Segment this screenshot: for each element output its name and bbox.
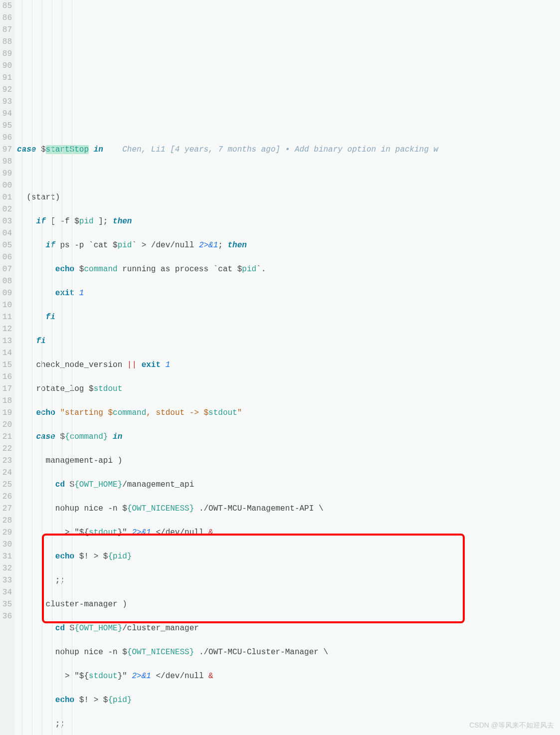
line-number: 06	[0, 251, 12, 263]
line-number: 00	[0, 180, 12, 191]
code-area[interactable]: case $startStop in Chen, Li1 [4 years, 7…	[15, 0, 438, 735]
line-number: 24	[0, 467, 12, 479]
line-number: 01	[0, 191, 12, 203]
line-number: 26	[0, 491, 12, 503]
line-number: 85	[0, 0, 12, 12]
line-number: 11	[0, 311, 12, 323]
line-number: 97	[0, 144, 12, 156]
line-number: 28	[0, 515, 12, 527]
line-number: 25	[0, 479, 12, 491]
line-number: 20	[0, 419, 12, 431]
line-number: 31	[0, 551, 12, 562]
line-number: 98	[0, 156, 12, 168]
keyword-in: in	[94, 145, 103, 154]
line-number: 30	[0, 539, 12, 551]
code-editor[interactable]: 8586878889909192939495969798990001020304…	[0, 0, 560, 735]
line-number: 96	[0, 132, 12, 144]
line-number: 93	[0, 96, 12, 108]
line-number: 10	[0, 299, 12, 311]
line-number: 22	[0, 443, 12, 455]
line-number: 04	[0, 227, 12, 239]
line-number: 87	[0, 24, 12, 36]
case-label: cluster-manager )	[46, 600, 127, 609]
line-number: 94	[0, 108, 12, 120]
line-number: 89	[0, 48, 12, 60]
line-number: 95	[0, 120, 12, 132]
line-number: 32	[0, 562, 12, 574]
line-number: 35	[0, 598, 12, 610]
line-number: 33	[0, 574, 12, 586]
line-number: 29	[0, 527, 12, 539]
line-number: 05	[0, 239, 12, 251]
line-number: 21	[0, 431, 12, 443]
keyword-case: case	[17, 145, 36, 154]
line-number: 92	[0, 84, 12, 96]
line-number: 19	[0, 407, 12, 419]
line-number: 07	[0, 263, 12, 275]
line-number: 17	[0, 383, 12, 395]
line-number: 15	[0, 359, 12, 371]
line-number: 23	[0, 455, 12, 467]
line-number: 09	[0, 287, 12, 299]
line-number: 90	[0, 60, 12, 72]
line-number-gutter: 8586878889909192939495969798990001020304…	[0, 0, 15, 735]
line-number: 27	[0, 503, 12, 515]
line-number: 99	[0, 168, 12, 180]
watermark: CSDN @等风来不如迎风去	[469, 719, 554, 731]
line-number: 08	[0, 275, 12, 287]
git-blame-annotation: Chen, Li1 [4 years, 7 months ago] • Add …	[122, 145, 438, 154]
line-number: 12	[0, 323, 12, 335]
line-number: 36	[0, 610, 12, 622]
line-number: 14	[0, 347, 12, 359]
line-number: 86	[0, 12, 12, 24]
line-number: 13	[0, 335, 12, 347]
line-number: 16	[0, 371, 12, 383]
line-number: 03	[0, 215, 12, 227]
line-number: 91	[0, 72, 12, 84]
line-number: 18	[0, 395, 12, 407]
line-number: 34	[0, 586, 12, 598]
case-label: management-api )	[46, 456, 123, 465]
line-number: 88	[0, 36, 12, 48]
line-number: 02	[0, 203, 12, 215]
